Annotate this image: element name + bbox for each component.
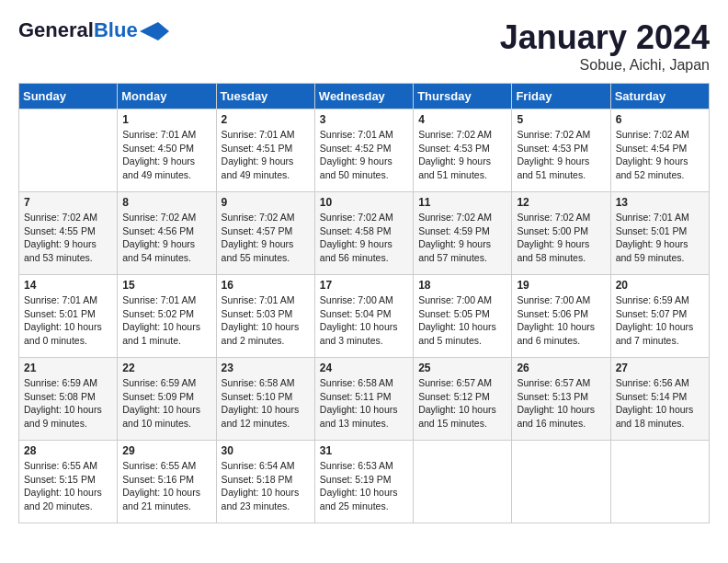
- day-number: 11: [418, 196, 506, 209]
- calendar-cell: 27Sunrise: 6:56 AM Sunset: 5:14 PM Dayli…: [610, 358, 709, 441]
- header-saturday: Saturday: [610, 84, 709, 109]
- header-wednesday: Wednesday: [314, 84, 413, 109]
- title-section: January 2024 Sobue, Aichi, Japan: [500, 18, 710, 74]
- day-number: 22: [122, 362, 210, 374]
- calendar-cell: 10Sunrise: 7:02 AM Sunset: 4:58 PM Dayli…: [314, 192, 413, 275]
- day-number: 17: [320, 279, 408, 292]
- calendar-cell: 15Sunrise: 7:01 AM Sunset: 5:02 PM Dayli…: [118, 275, 216, 358]
- calendar-cell: [19, 109, 118, 192]
- day-number: 21: [24, 362, 112, 374]
- logo-arrow-icon: [140, 22, 169, 40]
- day-info: Sunrise: 6:58 AM Sunset: 5:10 PM Dayligh…: [222, 376, 310, 431]
- calendar-week-4: 21Sunrise: 6:59 AM Sunset: 5:08 PM Dayli…: [19, 358, 710, 441]
- day-info: Sunrise: 7:02 AM Sunset: 4:57 PM Dayligh…: [222, 211, 310, 265]
- calendar-header-row: SundayMondayTuesdayWednesdayThursdayFrid…: [19, 84, 710, 109]
- logo-text: GeneralBlue: [18, 18, 138, 42]
- day-info: Sunrise: 7:00 AM Sunset: 5:05 PM Dayligh…: [418, 293, 506, 348]
- calendar-cell: 20Sunrise: 6:59 AM Sunset: 5:07 PM Dayli…: [610, 275, 709, 358]
- day-number: 26: [517, 362, 605, 374]
- day-info: Sunrise: 7:01 AM Sunset: 5:01 PM Dayligh…: [616, 211, 704, 265]
- month-title: January 2024: [500, 18, 710, 57]
- day-info: Sunrise: 6:59 AM Sunset: 5:07 PM Dayligh…: [616, 293, 704, 348]
- day-number: 25: [418, 362, 506, 374]
- calendar-week-1: 1Sunrise: 7:01 AM Sunset: 4:50 PM Daylig…: [19, 109, 710, 192]
- day-info: Sunrise: 7:00 AM Sunset: 5:04 PM Dayligh…: [320, 293, 408, 348]
- calendar-cell: 29Sunrise: 6:55 AM Sunset: 5:16 PM Dayli…: [118, 441, 216, 523]
- header-thursday: Thursday: [414, 84, 512, 109]
- calendar-cell: 19Sunrise: 7:00 AM Sunset: 5:06 PM Dayli…: [512, 275, 610, 358]
- day-number: 31: [320, 444, 408, 457]
- day-number: 27: [616, 362, 704, 374]
- calendar-cell: 1Sunrise: 7:01 AM Sunset: 4:50 PM Daylig…: [118, 109, 216, 192]
- calendar-cell: 7Sunrise: 7:02 AM Sunset: 4:55 PM Daylig…: [19, 192, 118, 275]
- day-number: 13: [616, 196, 704, 209]
- calendar-cell: 31Sunrise: 6:53 AM Sunset: 5:19 PM Dayli…: [314, 441, 413, 523]
- calendar-cell: 16Sunrise: 7:01 AM Sunset: 5:03 PM Dayli…: [216, 275, 314, 358]
- day-number: 4: [418, 113, 506, 126]
- day-number: 8: [122, 196, 210, 209]
- day-info: Sunrise: 6:56 AM Sunset: 5:14 PM Dayligh…: [616, 376, 704, 431]
- day-number: 28: [24, 444, 112, 457]
- calendar-week-5: 28Sunrise: 6:55 AM Sunset: 5:15 PM Dayli…: [19, 441, 710, 523]
- day-number: 19: [517, 279, 605, 292]
- day-number: 15: [122, 279, 210, 292]
- calendar-week-3: 14Sunrise: 7:01 AM Sunset: 5:01 PM Dayli…: [19, 275, 710, 358]
- day-info: Sunrise: 6:53 AM Sunset: 5:19 PM Dayligh…: [320, 459, 408, 513]
- header: GeneralBlue January 2024 Sobue, Aichi, J…: [18, 18, 710, 74]
- day-number: 5: [517, 113, 605, 126]
- calendar-cell: 14Sunrise: 7:01 AM Sunset: 5:01 PM Dayli…: [19, 275, 118, 358]
- day-info: Sunrise: 6:55 AM Sunset: 5:16 PM Dayligh…: [122, 459, 210, 513]
- day-info: Sunrise: 7:02 AM Sunset: 4:56 PM Dayligh…: [122, 211, 210, 265]
- day-number: 16: [222, 279, 310, 292]
- day-info: Sunrise: 7:01 AM Sunset: 4:51 PM Dayligh…: [222, 128, 310, 182]
- day-number: 6: [616, 113, 704, 126]
- calendar-cell: 30Sunrise: 6:54 AM Sunset: 5:18 PM Dayli…: [216, 441, 314, 523]
- calendar-cell: 6Sunrise: 7:02 AM Sunset: 4:54 PM Daylig…: [610, 109, 709, 192]
- day-info: Sunrise: 7:02 AM Sunset: 4:58 PM Dayligh…: [320, 211, 408, 265]
- day-info: Sunrise: 6:55 AM Sunset: 5:15 PM Dayligh…: [24, 459, 112, 513]
- day-number: 30: [222, 444, 310, 457]
- svg-marker-0: [140, 22, 169, 40]
- day-info: Sunrise: 7:01 AM Sunset: 4:52 PM Dayligh…: [320, 128, 408, 182]
- calendar-cell: 13Sunrise: 7:01 AM Sunset: 5:01 PM Dayli…: [610, 192, 709, 275]
- day-number: 20: [616, 279, 704, 292]
- day-info: Sunrise: 7:01 AM Sunset: 5:02 PM Dayligh…: [122, 293, 210, 348]
- calendar-cell: 9Sunrise: 7:02 AM Sunset: 4:57 PM Daylig…: [216, 192, 314, 275]
- calendar-cell: 18Sunrise: 7:00 AM Sunset: 5:05 PM Dayli…: [414, 275, 512, 358]
- day-number: 14: [24, 279, 112, 292]
- calendar-week-2: 7Sunrise: 7:02 AM Sunset: 4:55 PM Daylig…: [19, 192, 710, 275]
- calendar-cell: 4Sunrise: 7:02 AM Sunset: 4:53 PM Daylig…: [414, 109, 512, 192]
- logo: GeneralBlue: [18, 18, 169, 42]
- header-friday: Friday: [512, 84, 610, 109]
- calendar-cell: 23Sunrise: 6:58 AM Sunset: 5:10 PM Dayli…: [216, 358, 314, 441]
- calendar-cell: 17Sunrise: 7:00 AM Sunset: 5:04 PM Dayli…: [314, 275, 413, 358]
- day-number: 7: [24, 196, 112, 209]
- day-info: Sunrise: 7:00 AM Sunset: 5:06 PM Dayligh…: [517, 293, 605, 348]
- day-info: Sunrise: 6:57 AM Sunset: 5:12 PM Dayligh…: [418, 376, 506, 431]
- calendar-cell: 2Sunrise: 7:01 AM Sunset: 4:51 PM Daylig…: [216, 109, 314, 192]
- day-number: 1: [122, 113, 210, 126]
- day-number: 24: [320, 362, 408, 374]
- day-info: Sunrise: 6:59 AM Sunset: 5:09 PM Dayligh…: [122, 376, 210, 431]
- calendar-cell: 8Sunrise: 7:02 AM Sunset: 4:56 PM Daylig…: [118, 192, 216, 275]
- header-tuesday: Tuesday: [216, 84, 314, 109]
- day-number: 9: [222, 196, 310, 209]
- day-number: 23: [222, 362, 310, 374]
- location-subtitle: Sobue, Aichi, Japan: [500, 57, 710, 74]
- day-info: Sunrise: 7:02 AM Sunset: 4:59 PM Dayligh…: [418, 211, 506, 265]
- day-number: 10: [320, 196, 408, 209]
- calendar-cell: 12Sunrise: 7:02 AM Sunset: 5:00 PM Dayli…: [512, 192, 610, 275]
- calendar-cell: [414, 441, 512, 523]
- day-info: Sunrise: 6:57 AM Sunset: 5:13 PM Dayligh…: [517, 376, 605, 431]
- day-number: 12: [517, 196, 605, 209]
- calendar-table: SundayMondayTuesdayWednesdayThursdayFrid…: [18, 83, 710, 523]
- day-info: Sunrise: 7:02 AM Sunset: 4:53 PM Dayligh…: [418, 128, 506, 182]
- day-info: Sunrise: 7:02 AM Sunset: 4:53 PM Dayligh…: [517, 128, 605, 182]
- day-number: 3: [320, 113, 408, 126]
- day-info: Sunrise: 6:58 AM Sunset: 5:11 PM Dayligh…: [320, 376, 408, 431]
- calendar-cell: [512, 441, 610, 523]
- calendar-cell: 26Sunrise: 6:57 AM Sunset: 5:13 PM Dayli…: [512, 358, 610, 441]
- day-number: 18: [418, 279, 506, 292]
- header-sunday: Sunday: [19, 84, 118, 109]
- day-info: Sunrise: 7:01 AM Sunset: 5:03 PM Dayligh…: [222, 293, 310, 348]
